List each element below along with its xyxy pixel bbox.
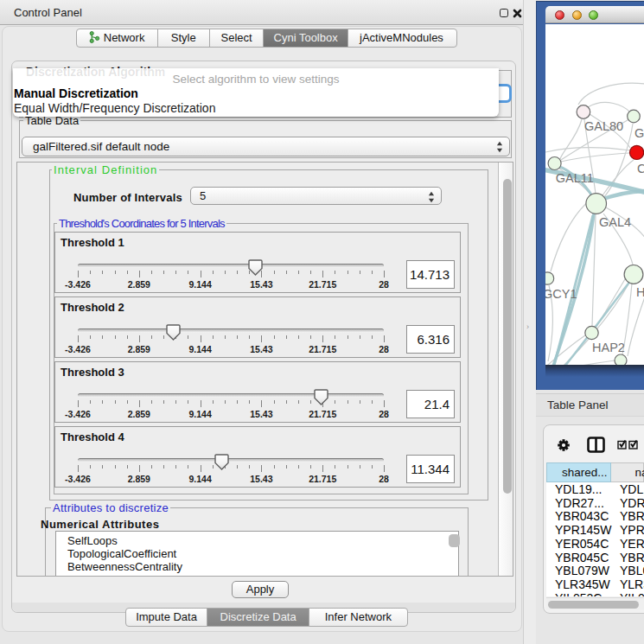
svg-text:GCY1: GCY1 (545, 287, 577, 301)
svg-text:GAL11: GAL11 (556, 171, 594, 185)
svg-text:GAL4: GAL4 (599, 215, 631, 229)
svg-text:GA: GA (634, 126, 644, 140)
svg-text:HAP2: HAP2 (592, 341, 625, 354)
svg-text:GAL80: GAL80 (584, 119, 623, 133)
svg-text:H: H (636, 285, 644, 299)
svg-text:C: C (637, 162, 644, 175)
